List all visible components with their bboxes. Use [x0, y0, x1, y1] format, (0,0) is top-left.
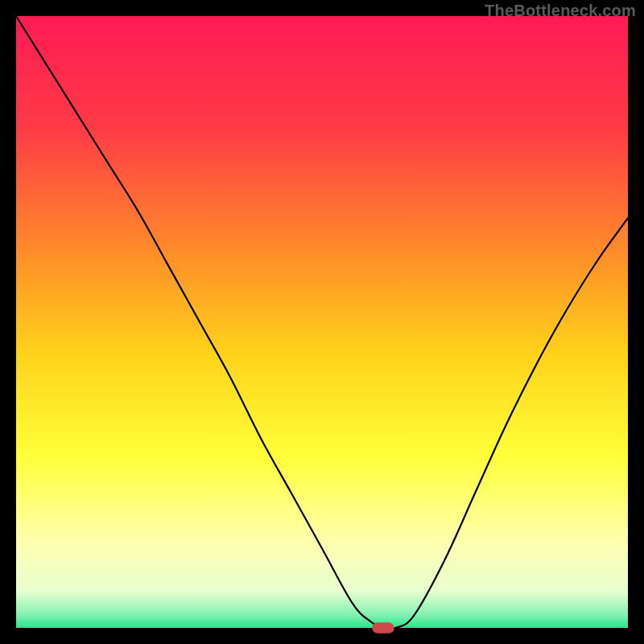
optimum-marker [372, 622, 394, 634]
curve-layer [16, 16, 628, 628]
chart-frame: TheBottleneck.com [0, 0, 644, 644]
bottleneck-curve [16, 16, 628, 630]
